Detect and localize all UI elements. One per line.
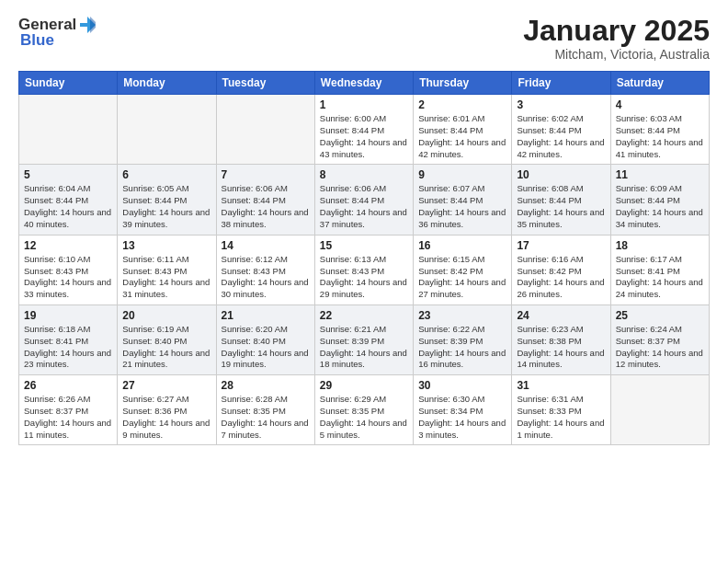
day-cell: 15Sunrise: 6:13 AMSunset: 8:43 PMDayligh… [314,235,413,304]
day-header-monday: Monday [118,72,216,95]
day-number: 7 [222,168,310,181]
day-cell: 25Sunrise: 6:24 AMSunset: 8:37 PMDayligh… [610,304,709,374]
week-row-4: 19Sunrise: 6:18 AMSunset: 8:41 PMDayligh… [19,304,710,374]
day-number: 11 [616,168,704,181]
day-number: 3 [517,98,605,111]
day-info: Sunrise: 6:19 AMSunset: 8:40 PMDaylight:… [122,324,210,371]
day-number: 23 [418,309,506,322]
day-number: 17 [517,239,605,252]
page: General Blue January 2025 Mitcham, Victo… [0,0,728,563]
day-info: Sunrise: 6:22 AMSunset: 8:39 PMDaylight:… [418,324,506,371]
logo: General Blue [18,15,98,50]
day-number: 19 [24,309,112,322]
day-cell: 18Sunrise: 6:17 AMSunset: 8:41 PMDayligh… [610,235,709,304]
day-cell: 26Sunrise: 6:26 AMSunset: 8:37 PMDayligh… [19,375,118,445]
day-info: Sunrise: 6:18 AMSunset: 8:41 PMDaylight:… [24,324,112,371]
day-number: 5 [24,168,112,181]
day-info: Sunrise: 6:28 AMSunset: 8:35 PMDaylight:… [222,394,310,441]
day-cell: 31Sunrise: 6:31 AMSunset: 8:33 PMDayligh… [512,375,610,445]
day-cell: 24Sunrise: 6:23 AMSunset: 8:38 PMDayligh… [512,304,610,374]
day-number: 13 [122,239,210,252]
day-cell: 30Sunrise: 6:30 AMSunset: 8:34 PMDayligh… [414,375,512,445]
day-cell: 21Sunrise: 6:20 AMSunset: 8:40 PMDayligh… [216,304,314,374]
day-info: Sunrise: 6:05 AMSunset: 8:44 PMDaylight:… [122,183,210,230]
day-info: Sunrise: 6:24 AMSunset: 8:37 PMDaylight:… [616,324,704,371]
day-cell: 19Sunrise: 6:18 AMSunset: 8:41 PMDayligh… [19,304,118,374]
day-number: 28 [222,379,310,392]
week-row-5: 26Sunrise: 6:26 AMSunset: 8:37 PMDayligh… [19,375,710,445]
day-info: Sunrise: 6:31 AMSunset: 8:33 PMDaylight:… [517,394,605,441]
day-info: Sunrise: 6:04 AMSunset: 8:44 PMDaylight:… [24,183,112,230]
day-number: 27 [122,379,210,392]
day-cell [216,95,314,165]
day-header-friday: Friday [512,72,610,95]
day-info: Sunrise: 6:21 AMSunset: 8:39 PMDaylight:… [320,324,408,371]
day-cell: 29Sunrise: 6:29 AMSunset: 8:35 PMDayligh… [314,375,413,445]
day-cell: 22Sunrise: 6:21 AMSunset: 8:39 PMDayligh… [314,304,413,374]
day-cell: 11Sunrise: 6:09 AMSunset: 8:44 PMDayligh… [610,165,709,235]
day-number: 9 [418,168,506,181]
day-cell [610,375,709,445]
day-cell: 27Sunrise: 6:27 AMSunset: 8:36 PMDayligh… [118,375,216,445]
day-number: 15 [320,239,408,252]
day-info: Sunrise: 6:02 AMSunset: 8:44 PMDaylight:… [517,113,605,160]
day-header-wednesday: Wednesday [314,72,413,95]
day-cell: 20Sunrise: 6:19 AMSunset: 8:40 PMDayligh… [118,304,216,374]
day-cell: 16Sunrise: 6:15 AMSunset: 8:42 PMDayligh… [414,235,512,304]
day-info: Sunrise: 6:00 AMSunset: 8:44 PMDaylight:… [320,113,408,160]
day-cell: 3Sunrise: 6:02 AMSunset: 8:44 PMDaylight… [512,95,610,165]
day-cell: 7Sunrise: 6:06 AMSunset: 8:44 PMDaylight… [216,165,314,235]
day-info: Sunrise: 6:20 AMSunset: 8:40 PMDaylight:… [222,324,310,371]
title-block: January 2025 Mitcham, Victoria, Australi… [523,15,710,62]
day-cell: 5Sunrise: 6:04 AMSunset: 8:44 PMDaylight… [19,165,118,235]
day-info: Sunrise: 6:10 AMSunset: 8:43 PMDaylight:… [24,254,112,301]
day-number: 29 [320,379,408,392]
subtitle: Mitcham, Victoria, Australia [523,47,710,62]
day-header-sunday: Sunday [19,72,118,95]
day-cell [19,95,118,165]
day-cell: 8Sunrise: 6:06 AMSunset: 8:44 PMDaylight… [314,165,413,235]
day-header-tuesday: Tuesday [216,72,314,95]
day-info: Sunrise: 6:01 AMSunset: 8:44 PMDaylight:… [418,113,506,160]
day-number: 6 [122,168,210,181]
day-info: Sunrise: 6:23 AMSunset: 8:38 PMDaylight:… [517,324,605,371]
day-cell: 9Sunrise: 6:07 AMSunset: 8:44 PMDaylight… [414,165,512,235]
day-info: Sunrise: 6:09 AMSunset: 8:44 PMDaylight:… [616,183,704,230]
day-info: Sunrise: 6:30 AMSunset: 8:34 PMDaylight:… [418,394,506,441]
day-number: 12 [24,239,112,252]
day-number: 10 [517,168,605,181]
day-number: 20 [122,309,210,322]
day-info: Sunrise: 6:16 AMSunset: 8:42 PMDaylight:… [517,254,605,301]
day-info: Sunrise: 6:08 AMSunset: 8:44 PMDaylight:… [517,183,605,230]
day-info: Sunrise: 6:15 AMSunset: 8:42 PMDaylight:… [418,254,506,301]
day-cell: 23Sunrise: 6:22 AMSunset: 8:39 PMDayligh… [414,304,512,374]
day-number: 26 [24,379,112,392]
day-number: 8 [320,168,408,181]
day-info: Sunrise: 6:03 AMSunset: 8:44 PMDaylight:… [616,113,704,160]
day-number: 24 [517,309,605,322]
day-cell: 13Sunrise: 6:11 AMSunset: 8:43 PMDayligh… [118,235,216,304]
day-cell: 14Sunrise: 6:12 AMSunset: 8:43 PMDayligh… [216,235,314,304]
day-number: 14 [222,239,310,252]
day-number: 25 [616,309,704,322]
day-cell: 28Sunrise: 6:28 AMSunset: 8:35 PMDayligh… [216,375,314,445]
calendar-table: SundayMondayTuesdayWednesdayThursdayFrid… [18,71,710,445]
day-cell: 2Sunrise: 6:01 AMSunset: 8:44 PMDaylight… [414,95,512,165]
day-number: 31 [517,379,605,392]
day-number: 18 [616,239,704,252]
day-cell: 4Sunrise: 6:03 AMSunset: 8:44 PMDaylight… [610,95,709,165]
day-number: 4 [616,98,704,111]
day-cell [118,95,216,165]
header: General Blue January 2025 Mitcham, Victo… [18,15,710,62]
day-info: Sunrise: 6:06 AMSunset: 8:44 PMDaylight:… [222,183,310,230]
day-cell: 6Sunrise: 6:05 AMSunset: 8:44 PMDaylight… [118,165,216,235]
day-info: Sunrise: 6:27 AMSunset: 8:36 PMDaylight:… [122,394,210,441]
day-header-saturday: Saturday [610,72,709,95]
day-info: Sunrise: 6:12 AMSunset: 8:43 PMDaylight:… [222,254,310,301]
day-info: Sunrise: 6:11 AMSunset: 8:43 PMDaylight:… [122,254,210,301]
day-header-thursday: Thursday [414,72,512,95]
day-cell: 10Sunrise: 6:08 AMSunset: 8:44 PMDayligh… [512,165,610,235]
day-info: Sunrise: 6:26 AMSunset: 8:37 PMDaylight:… [24,394,112,441]
day-cell: 12Sunrise: 6:10 AMSunset: 8:43 PMDayligh… [19,235,118,304]
day-cell: 17Sunrise: 6:16 AMSunset: 8:42 PMDayligh… [512,235,610,304]
